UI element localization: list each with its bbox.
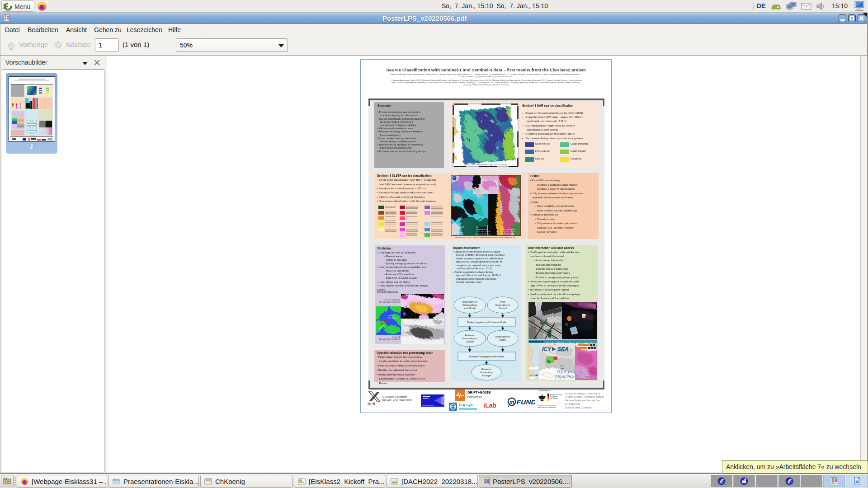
svg-text:27. Jul. 2021: 27. Jul. 2021 xyxy=(453,229,461,231)
svg-text:https://icysea.app: https://icysea.app xyxy=(555,374,590,379)
svg-text:Sentinel-1A EW GRDM: Sentinel-1A EW GRDM xyxy=(500,229,515,230)
svg-text:Forward Propagation with Model: Forward Propagation with Model xyxy=(469,355,505,358)
svg-text:St. Lawrence: St. Lawrence xyxy=(388,317,397,319)
svg-text:ICY: ICY xyxy=(542,346,552,352)
svg-text:27. Jul. 2021, 11:30 UTC: 27. Jul. 2021, 11:30 UTC xyxy=(476,231,491,233)
svg-text:in Target: in Target xyxy=(482,374,491,377)
svg-text:Posterior: Posterior xyxy=(481,368,491,371)
svg-text:Classification 15 classes: Classification 15 classes xyxy=(476,233,491,235)
svg-text:Observations: Observations xyxy=(462,304,477,306)
svg-text:Uncertainty in: Uncertainty in xyxy=(495,304,510,306)
svg-text:FUND: FUND xyxy=(517,398,536,406)
svg-text:Model: Model xyxy=(500,338,506,341)
svg-text:Uncertainty in: Uncertainty in xyxy=(495,335,510,338)
svg-text:SEA: SEA xyxy=(557,346,569,352)
svg-text:Try it yourself at: Try it yourself at xyxy=(557,369,589,374)
svg-text:Sentinel-1 EW 20 1N200307 636: Sentinel-1 EW 20 1N200307 636 TC SqR, se… xyxy=(464,164,507,166)
svg-text:S3T: S3T xyxy=(453,224,455,226)
svg-text:Prior: Prior xyxy=(500,300,505,303)
svg-text:Control: Control xyxy=(499,307,506,310)
svg-text:RGB HH/HV dual-pol: RGB HH/HV dual-pol xyxy=(500,233,514,235)
svg-text:Posterior: Posterior xyxy=(465,334,475,337)
svg-text:Control: Control xyxy=(466,340,473,343)
svg-text:Gulf of: Gulf of xyxy=(388,315,393,317)
svg-text:S3s: S3s xyxy=(476,226,479,228)
svg-text:S1s: S1s xyxy=(500,226,503,228)
svg-text:Uncertainty: Uncertainty xyxy=(480,371,493,374)
svg-text:Backpropagation with Inverse M: Backpropagation with Inverse Model xyxy=(467,321,506,324)
svg-text:Uncertainty in: Uncertainty in xyxy=(462,300,477,303)
svg-text:m: m xyxy=(509,399,514,405)
svg-text:RGB false colours: RGB false colours xyxy=(453,231,464,233)
svg-text:DLR: DLR xyxy=(368,402,375,406)
svg-text:27. Aug. 2021, 1:30 UTC: 27. Aug. 2021, 1:30 UTC xyxy=(500,231,516,233)
svg-text:Sentinel-3A SLSTR: Sentinel-3A SLSTR xyxy=(476,229,488,230)
svg-text:and Model: and Model xyxy=(464,307,475,310)
svg-text:Uncertainty in: Uncertainty in xyxy=(462,337,477,340)
svg-text:Sentinel-3A SLSTR: Sentinel-3A SLSTR xyxy=(453,226,465,228)
